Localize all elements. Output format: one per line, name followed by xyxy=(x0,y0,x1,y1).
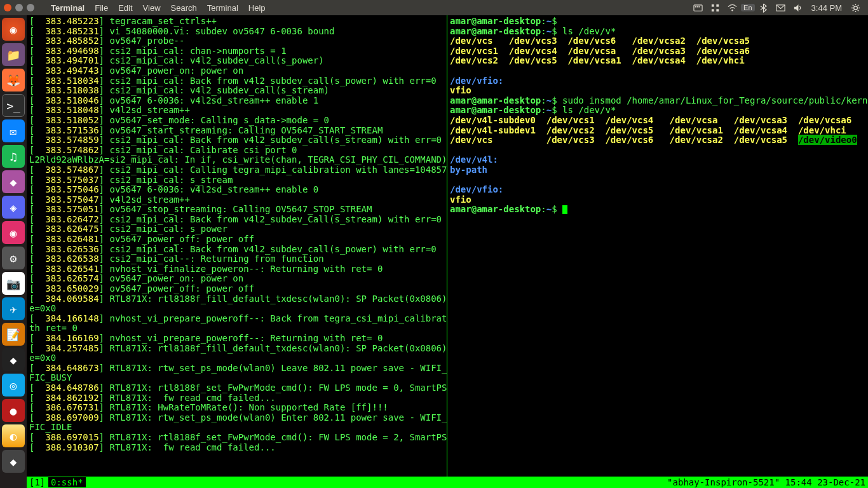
close-icon[interactable] xyxy=(4,4,11,11)
menu-edit[interactable]: Edit xyxy=(113,3,137,13)
ubuntu-dash-icon[interactable]: ◉ xyxy=(2,18,25,41)
app-icon[interactable]: ✉ xyxy=(2,119,25,142)
svg-rect-0 xyxy=(694,4,702,10)
camera-icon[interactable]: 📷 xyxy=(2,272,25,295)
app-icon[interactable]: ♫ xyxy=(2,145,25,168)
svg-rect-2 xyxy=(697,6,698,7)
discord-icon[interactable]: ◈ xyxy=(2,196,25,219)
app-icon[interactable]: ◆ xyxy=(2,348,25,371)
window-controls[interactable] xyxy=(4,4,34,11)
settings-icon[interactable]: ⚙ xyxy=(2,247,25,269)
svg-rect-1 xyxy=(695,6,696,7)
tmux-hostname: "abhay-Inspiron-5521" xyxy=(667,477,780,487)
tmux-session-id: [1] xyxy=(29,477,45,487)
app-title: Terminal xyxy=(46,3,90,13)
terminal-icon[interactable]: >_ xyxy=(2,94,25,117)
menu-file[interactable]: File xyxy=(90,3,113,13)
app-icon[interactable]: ◉ xyxy=(2,221,25,244)
tmux-pane-right[interactable]: amar@amar-desktop:~$ amar@amar-desktop:~… xyxy=(447,15,868,477)
svg-point-10 xyxy=(854,6,858,10)
unity-launcher: ◉ 📁 🦊 >_ ✉ ♫ ◆ ◈ ◉ ⚙ 📷 ✈ 📝 ◆ ◎ ● ◐ ◆ xyxy=(0,15,27,488)
menu-view[interactable]: View xyxy=(138,3,166,13)
indicator-apps-icon[interactable] xyxy=(707,3,724,13)
mail-icon[interactable] xyxy=(772,3,789,13)
language-indicator[interactable]: En xyxy=(741,4,754,11)
tmux-window-tab[interactable]: 0:ssh* xyxy=(48,477,86,487)
app-icon[interactable]: ◆ xyxy=(2,170,25,193)
svg-rect-4 xyxy=(712,4,714,6)
terminal-window: [ 383.485223] tegracam_set_ctrls++[ 383.… xyxy=(27,15,868,488)
svg-point-8 xyxy=(731,10,733,11)
app-icon[interactable]: ◆ xyxy=(2,450,25,473)
menu-help[interactable]: Help xyxy=(243,3,271,13)
maximize-icon[interactable] xyxy=(27,4,34,11)
minimize-icon[interactable] xyxy=(15,4,23,11)
svg-rect-7 xyxy=(716,9,719,11)
volume-icon[interactable] xyxy=(789,3,806,13)
indicator-keyboard-icon[interactable] xyxy=(689,3,707,13)
app-icon[interactable]: ◎ xyxy=(2,374,25,396)
svg-rect-6 xyxy=(712,9,714,11)
bluetooth-icon[interactable] xyxy=(755,3,772,13)
clock[interactable]: 3:44 PM xyxy=(806,3,847,13)
gear-icon[interactable] xyxy=(847,3,864,13)
svg-rect-3 xyxy=(699,6,700,7)
files-icon[interactable]: 📁 xyxy=(2,43,25,66)
tmux-clock: 15:44 23-Dec-21 xyxy=(785,477,865,487)
tmux-status-bar: [1] 0:ssh* "abhay-Inspiron-5521" 15:44 2… xyxy=(27,477,868,488)
notes-icon[interactable]: 📝 xyxy=(2,323,25,346)
firefox-icon[interactable]: 🦊 xyxy=(2,69,25,92)
tmux-pane-left[interactable]: [ 383.485223] tegracam_set_ctrls++[ 383.… xyxy=(27,15,447,477)
app-icon[interactable]: ● xyxy=(2,399,25,422)
menu-search[interactable]: Search xyxy=(166,3,202,13)
telegram-icon[interactable]: ✈ xyxy=(2,297,25,320)
app-icon[interactable]: ◐ xyxy=(2,424,25,447)
svg-rect-5 xyxy=(716,4,719,6)
menu-bar: Terminal File Edit View Search Terminal … xyxy=(0,0,868,15)
wifi-icon[interactable] xyxy=(724,3,741,13)
menu-terminal[interactable]: Terminal xyxy=(202,3,243,13)
